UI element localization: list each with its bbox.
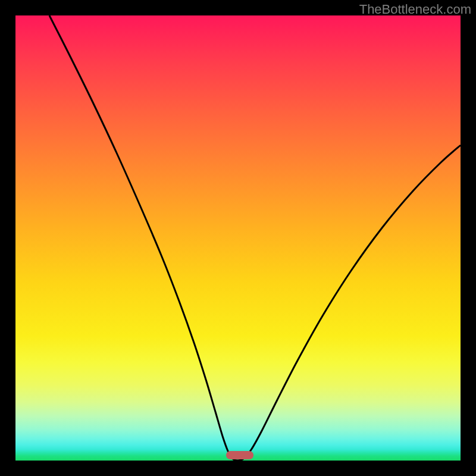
bottleneck-curve	[15, 15, 461, 461]
min-marker	[226, 451, 253, 459]
watermark-label: TheBottleneck.com	[359, 2, 471, 17]
chart-frame	[15, 15, 461, 461]
